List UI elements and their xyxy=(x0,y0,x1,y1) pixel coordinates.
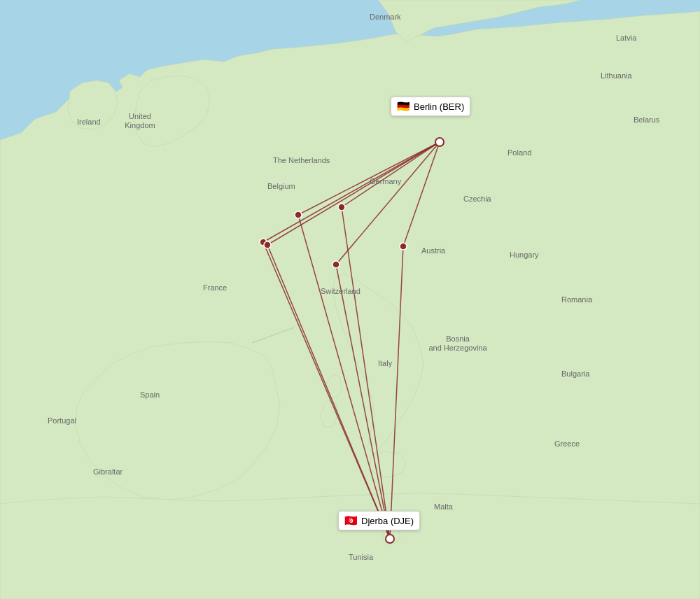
svg-text:Greece: Greece xyxy=(554,439,580,448)
svg-text:Belgium: Belgium xyxy=(267,182,295,190)
svg-point-16 xyxy=(295,211,302,218)
svg-text:Tunisia: Tunisia xyxy=(349,553,374,561)
svg-text:Bulgaria: Bulgaria xyxy=(561,369,590,378)
svg-text:Kingdom: Kingdom xyxy=(125,121,155,129)
svg-point-18 xyxy=(332,261,340,268)
svg-point-15 xyxy=(264,241,271,248)
svg-text:Bosnia: Bosnia xyxy=(446,334,470,343)
map-container: Latvia Lithuania Belarus Denmark United … xyxy=(0,0,700,599)
svg-text:Spain: Spain xyxy=(140,390,160,399)
svg-text:Switzerland: Switzerland xyxy=(321,287,360,295)
map-svg: Latvia Lithuania Belarus Denmark United … xyxy=(0,0,700,599)
svg-text:Hungary: Hungary xyxy=(510,251,539,259)
svg-text:United: United xyxy=(129,112,151,120)
svg-text:Poland: Poland xyxy=(507,148,531,157)
svg-point-19 xyxy=(400,243,407,250)
svg-text:Belarus: Belarus xyxy=(634,115,660,124)
svg-text:Romania: Romania xyxy=(561,295,593,304)
svg-text:Latvia: Latvia xyxy=(616,34,637,42)
svg-text:Czechia: Czechia xyxy=(463,195,492,203)
svg-text:and Herzegovina: and Herzegovina xyxy=(428,344,487,352)
svg-text:Lithuania: Lithuania xyxy=(601,71,633,80)
svg-text:Austria: Austria xyxy=(421,246,446,255)
svg-text:Italy: Italy xyxy=(378,359,393,367)
svg-text:Gibraltar: Gibraltar xyxy=(93,467,123,476)
svg-point-17 xyxy=(338,204,345,211)
svg-point-21 xyxy=(386,535,394,543)
svg-text:Denmark: Denmark xyxy=(370,13,401,21)
svg-text:Portugal: Portugal xyxy=(48,416,76,425)
svg-point-20 xyxy=(435,138,444,146)
svg-text:Ireland: Ireland xyxy=(77,118,101,126)
svg-text:Germany: Germany xyxy=(370,177,402,185)
svg-text:Malta: Malta xyxy=(434,502,454,511)
svg-text:The Netherlands: The Netherlands xyxy=(273,156,330,164)
svg-text:France: France xyxy=(203,283,227,292)
